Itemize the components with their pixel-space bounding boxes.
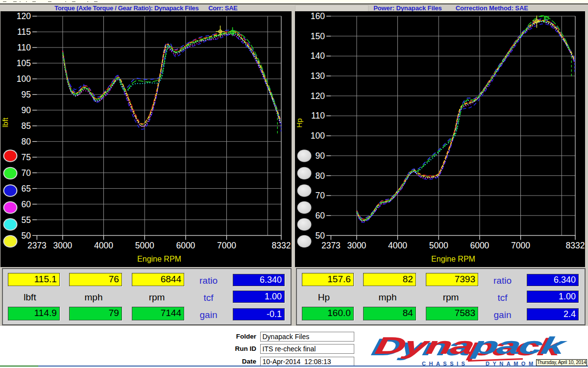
svg-text:55: 55 xyxy=(22,215,31,225)
svg-text:115: 115 xyxy=(17,27,31,37)
svg-text:120: 120 xyxy=(311,91,325,101)
svg-text:70: 70 xyxy=(22,168,31,178)
svg-text:Hp: Hp xyxy=(295,118,303,127)
svg-text:7000: 7000 xyxy=(511,241,530,250)
svg-text:50: 50 xyxy=(316,231,325,241)
svg-text:110: 110 xyxy=(311,111,325,121)
svg-text:6000: 6000 xyxy=(176,241,195,250)
svg-text:140: 140 xyxy=(311,51,325,61)
svg-text:95: 95 xyxy=(22,90,31,99)
svg-text:2373: 2373 xyxy=(321,241,341,250)
svg-text:Engine RPM: Engine RPM xyxy=(431,255,475,263)
svg-text:110: 110 xyxy=(17,43,31,52)
svg-text:70: 70 xyxy=(316,191,325,200)
svg-text:3000: 3000 xyxy=(53,241,72,250)
svg-text:lbft: lbft xyxy=(1,117,9,127)
svg-text:120: 120 xyxy=(17,11,31,21)
svg-text:60: 60 xyxy=(22,199,31,209)
svg-text:105: 105 xyxy=(17,58,31,68)
svg-text:130: 130 xyxy=(311,71,325,81)
svg-text:85: 85 xyxy=(22,121,31,131)
svg-text:4000: 4000 xyxy=(94,241,113,250)
svg-text:65: 65 xyxy=(22,184,31,194)
svg-text:4000: 4000 xyxy=(388,241,407,250)
svg-text:90: 90 xyxy=(22,105,31,115)
svg-text:100: 100 xyxy=(311,131,325,141)
svg-text:160: 160 xyxy=(311,11,325,21)
svg-text:6000: 6000 xyxy=(470,241,489,250)
svg-text:90: 90 xyxy=(316,151,325,161)
svg-text:8332: 8332 xyxy=(272,241,291,250)
svg-text:150: 150 xyxy=(311,31,325,41)
svg-text:7000: 7000 xyxy=(217,241,236,250)
svg-text:100: 100 xyxy=(17,74,31,84)
svg-text:60: 60 xyxy=(316,211,325,221)
svg-text:Engine RPM: Engine RPM xyxy=(137,255,181,263)
svg-text:2373: 2373 xyxy=(27,241,47,250)
svg-text:80: 80 xyxy=(316,171,325,181)
svg-text:3000: 3000 xyxy=(347,241,366,250)
svg-text:75: 75 xyxy=(22,152,31,162)
svg-text:50: 50 xyxy=(22,231,31,241)
svg-text:5000: 5000 xyxy=(135,241,154,250)
svg-text:80: 80 xyxy=(22,137,31,147)
svg-text:8332: 8332 xyxy=(566,241,585,250)
svg-text:5000: 5000 xyxy=(429,241,448,250)
